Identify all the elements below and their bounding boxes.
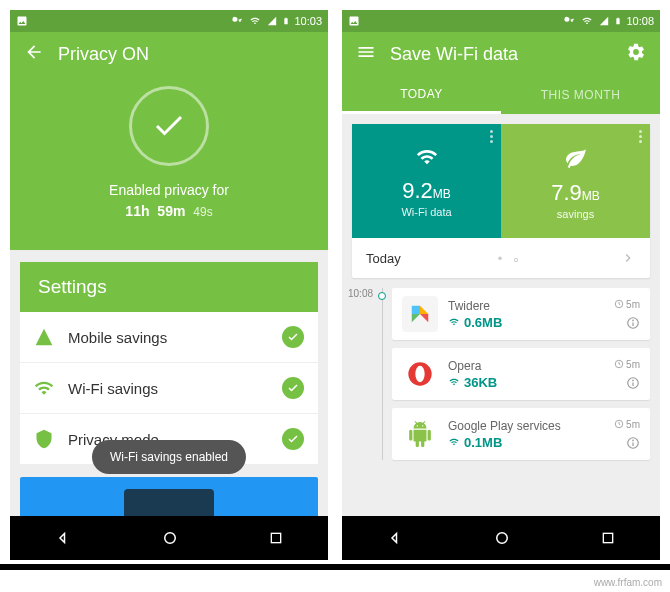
gear-icon[interactable] bbox=[626, 42, 646, 66]
svg-point-11 bbox=[633, 380, 634, 381]
more-icon[interactable] bbox=[490, 130, 493, 143]
nav-back-icon[interactable] bbox=[54, 529, 72, 547]
signal-icon bbox=[266, 16, 278, 26]
shield-icon bbox=[34, 429, 54, 449]
svg-point-5 bbox=[633, 320, 634, 321]
status-bar: 10:03 bbox=[10, 10, 328, 32]
nav-bar bbox=[10, 516, 328, 560]
key-icon bbox=[562, 16, 576, 26]
check-icon bbox=[282, 326, 304, 348]
more-icon[interactable] bbox=[639, 130, 642, 143]
svg-point-0 bbox=[165, 533, 176, 544]
check-circle-icon bbox=[129, 86, 209, 166]
wifi-icon bbox=[413, 146, 441, 168]
key-icon bbox=[230, 16, 244, 26]
status-time: 10:03 bbox=[294, 15, 322, 27]
stat-wifi[interactable]: 9.2MB Wi-Fi data bbox=[352, 124, 501, 238]
opera-icon bbox=[406, 360, 434, 388]
clock-icon bbox=[614, 359, 624, 369]
svg-point-16 bbox=[497, 533, 508, 544]
page-title: Privacy ON bbox=[58, 44, 314, 65]
nav-home-icon[interactable] bbox=[161, 529, 179, 547]
app-row-opera[interactable]: Opera 36KB 5m bbox=[392, 348, 650, 400]
screen-privacy: 10:03 Privacy ON Enabled privacy for 11h… bbox=[10, 10, 328, 560]
hero: Enabled privacy for 11h 59m 49s bbox=[10, 76, 328, 250]
settings-header: Settings bbox=[20, 262, 318, 312]
appbar: Save Wi-Fi data bbox=[342, 32, 660, 76]
android-icon bbox=[407, 421, 433, 447]
nav-home-icon[interactable] bbox=[493, 529, 511, 547]
mobile-icon bbox=[34, 327, 54, 347]
appbar: Privacy ON bbox=[10, 32, 328, 76]
info-icon[interactable] bbox=[626, 316, 640, 330]
svg-rect-17 bbox=[603, 533, 612, 542]
wifi-icon bbox=[248, 16, 262, 26]
svg-point-15 bbox=[633, 440, 634, 441]
wifi-icon bbox=[34, 378, 54, 398]
wifi-icon bbox=[448, 317, 460, 327]
check-icon bbox=[282, 377, 304, 399]
pic-icon bbox=[348, 15, 360, 27]
battery-icon bbox=[282, 15, 290, 27]
time-label: 10:08 bbox=[348, 288, 373, 299]
app-row-twidere[interactable]: Twidere 0.6MB 5m bbox=[392, 288, 650, 340]
timeline: 10:08 Twidere 0.6MB 5m Opera bbox=[352, 288, 650, 460]
stat-card: 9.2MB Wi-Fi data 7.9MB savings Today • ∘ bbox=[352, 124, 650, 278]
wifi-icon bbox=[580, 16, 594, 26]
tab-today[interactable]: TODAY bbox=[342, 76, 501, 114]
chevron-right-icon bbox=[620, 250, 636, 266]
page-dots: • ∘ bbox=[401, 251, 620, 266]
info-icon[interactable] bbox=[626, 376, 640, 390]
battery-icon bbox=[614, 15, 622, 27]
page-title: Save Wi-Fi data bbox=[390, 44, 626, 65]
nav-back-icon[interactable] bbox=[386, 529, 404, 547]
watermark: www.frfam.com bbox=[594, 577, 662, 588]
app-row-gps[interactable]: Google Play services 0.1MB 5m bbox=[392, 408, 650, 460]
toast: Wi-Fi savings enabled bbox=[92, 440, 246, 474]
pic-icon bbox=[16, 15, 28, 27]
hero-line1: Enabled privacy for bbox=[10, 180, 328, 201]
row-wifi-savings[interactable]: Wi-Fi savings bbox=[20, 363, 318, 414]
twidere-icon bbox=[409, 303, 431, 325]
clock-icon bbox=[614, 419, 624, 429]
leaf-icon bbox=[564, 146, 588, 170]
status-time: 10:08 bbox=[626, 15, 654, 27]
nav-recent-icon[interactable] bbox=[268, 530, 284, 546]
nav-bar bbox=[342, 516, 660, 560]
stat-savings[interactable]: 7.9MB savings bbox=[501, 124, 650, 238]
today-row[interactable]: Today • ∘ bbox=[352, 238, 650, 278]
info-icon[interactable] bbox=[626, 436, 640, 450]
wifi-icon bbox=[448, 377, 460, 387]
nav-recent-icon[interactable] bbox=[600, 530, 616, 546]
clock-icon bbox=[614, 299, 624, 309]
tab-this-month[interactable]: THIS MONTH bbox=[501, 76, 660, 114]
row-mobile-savings[interactable]: Mobile savings bbox=[20, 312, 318, 363]
screen-save-wifi: 10:08 Save Wi-Fi data TODAY THIS MONTH bbox=[342, 10, 660, 560]
svg-point-7 bbox=[415, 366, 424, 382]
menu-icon[interactable] bbox=[356, 42, 376, 66]
back-icon[interactable] bbox=[24, 42, 44, 66]
tabs: TODAY THIS MONTH bbox=[342, 76, 660, 114]
wifi-icon bbox=[448, 437, 460, 447]
status-bar: 10:08 bbox=[342, 10, 660, 32]
signal-icon bbox=[598, 16, 610, 26]
svg-rect-1 bbox=[271, 533, 280, 542]
check-icon bbox=[282, 428, 304, 450]
